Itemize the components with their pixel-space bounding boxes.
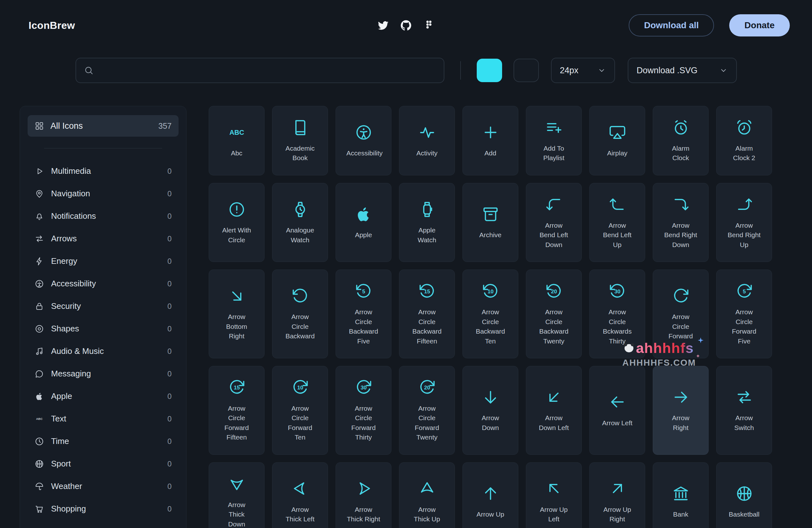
watermark-row: ahhhhfs bbox=[622, 340, 696, 356]
background-color-swatch[interactable] bbox=[513, 59, 539, 82]
icon-card-arrow-up[interactable]: Arrow Up bbox=[462, 463, 518, 528]
icon-card-arrow-bend-left-up[interactable]: Arrow Bend Left Up bbox=[589, 183, 645, 262]
icon-card-basketball[interactable]: Basketball bbox=[716, 463, 772, 528]
icon-card-label: Arrow Left bbox=[602, 418, 633, 428]
sidebar-item-energy[interactable]: Energy0 bbox=[28, 250, 178, 273]
sidebar-item-security[interactable]: Security0 bbox=[28, 295, 178, 318]
category-label: Messaging bbox=[51, 369, 91, 379]
category-count: 0 bbox=[168, 459, 172, 468]
icon-card-arrow-circle-backward-twenty[interactable]: 20Arrow Circle Backward Twenty bbox=[526, 269, 582, 358]
download-all-button[interactable]: Download all bbox=[629, 14, 714, 36]
sidebar-item-notifications[interactable]: Notifications0 bbox=[28, 205, 178, 228]
icon-card-alarm-clock[interactable]: Alarm Clock bbox=[653, 106, 709, 175]
sidebar-item-accessibility[interactable]: Accessibility0 bbox=[28, 273, 178, 295]
icon-size-select[interactable]: 24px bbox=[551, 58, 615, 83]
twitter-icon[interactable] bbox=[377, 19, 389, 31]
icon-color-swatch[interactable] bbox=[477, 59, 502, 82]
icon-card-arrow-circle-forward-ten[interactable]: 10Arrow Circle Forward Ten bbox=[272, 366, 328, 455]
arrow-circle-forward-20-icon: 20 bbox=[418, 378, 436, 397]
sidebar-item-time[interactable]: Time0 bbox=[28, 430, 178, 453]
icon-card-label: Arrow Bend Left Down bbox=[537, 221, 571, 250]
icon-card-arrow-thick-up[interactable]: Arrow Thick Up bbox=[399, 463, 455, 528]
sidebar-item-multimedia[interactable]: Multimedia0 bbox=[28, 160, 178, 182]
icon-card-archive[interactable]: Archive bbox=[462, 183, 518, 262]
icon-card-activity[interactable]: Activity bbox=[399, 106, 455, 175]
app-logo[interactable]: IconBrew bbox=[29, 20, 75, 31]
github-icon[interactable] bbox=[400, 19, 412, 31]
icon-card-arrow-up-left[interactable]: Arrow Up Left bbox=[526, 463, 582, 528]
search-input[interactable] bbox=[99, 65, 436, 76]
download-format-select[interactable]: Download .SVG bbox=[628, 58, 737, 83]
icon-card-label: Arrow Circle Backward Ten bbox=[473, 307, 508, 346]
icon-card-airplay[interactable]: Airplay bbox=[589, 106, 645, 175]
icon-card-arrow-circle-backward-five[interactable]: 5Arrow Circle Backward Five bbox=[336, 269, 391, 358]
icon-card-arrow-up-right[interactable]: Arrow Up Right bbox=[589, 463, 645, 528]
archive-icon bbox=[481, 205, 499, 223]
icon-card-arrow-switch[interactable]: Arrow Switch bbox=[716, 366, 772, 455]
icon-card-arrow-circle-backward[interactable]: Arrow Circle Backward bbox=[272, 269, 328, 358]
donate-button[interactable]: Donate bbox=[729, 14, 790, 36]
arrow-down-left-icon bbox=[545, 388, 563, 406]
icon-size-value: 24px bbox=[560, 65, 579, 75]
icon-card-alert-with-circle[interactable]: Alert With Circle bbox=[209, 183, 264, 262]
icon-card-arrow-circle-backward-ten[interactable]: 10Arrow Circle Backward Ten bbox=[462, 269, 518, 358]
sidebar-item-text[interactable]: ABCText0 bbox=[28, 408, 178, 430]
figma-icon[interactable] bbox=[423, 19, 435, 31]
icon-card-arrow-right[interactable]: Arrow Right bbox=[653, 366, 709, 455]
category-count: 0 bbox=[168, 234, 172, 243]
category-label: Security bbox=[51, 301, 81, 311]
sidebar-item-shopping[interactable]: Shopping0 bbox=[28, 498, 178, 520]
svg-text:5: 5 bbox=[362, 289, 365, 295]
add-playlist-icon bbox=[545, 118, 563, 137]
icon-card-label: Alarm Clock bbox=[664, 144, 698, 163]
icon-card-apple-watch[interactable]: Apple Watch bbox=[399, 183, 455, 262]
sidebar-item-apple[interactable]: Apple0 bbox=[28, 385, 178, 408]
sidebar-item-arrows[interactable]: Arrows0 bbox=[28, 228, 178, 250]
sidebar-item-sport[interactable]: Sport0 bbox=[28, 453, 178, 475]
category-label: Shapes bbox=[51, 324, 79, 334]
icon-card-abc[interactable]: ABCAbc bbox=[209, 106, 264, 175]
icon-card-bank[interactable]: Bank bbox=[653, 463, 709, 528]
category-count: 0 bbox=[168, 369, 172, 378]
icon-card-alarm-clock-2[interactable]: Alarm Clock 2 bbox=[716, 106, 772, 175]
icon-card-arrow-bend-right-down[interactable]: Arrow Bend Right Down bbox=[653, 183, 709, 262]
sidebar-item-weather[interactable]: Weather0 bbox=[28, 475, 178, 498]
sidebar-item-all-icons[interactable]: All Icons 357 bbox=[28, 115, 178, 137]
icon-card-arrow-left[interactable]: Arrow Left bbox=[589, 366, 645, 455]
icon-card-arrow-down-left[interactable]: Arrow Down Left bbox=[526, 366, 582, 455]
arrow-thick-up-icon bbox=[418, 480, 436, 498]
search-box[interactable] bbox=[75, 58, 444, 83]
sidebar-item-navigation[interactable]: Navigation0 bbox=[28, 182, 178, 205]
icon-card-add[interactable]: Add bbox=[462, 106, 518, 175]
icon-card-arrow-bottom-right[interactable]: Arrow Bottom Right bbox=[209, 269, 264, 358]
icon-card-academic-book[interactable]: Academic Book bbox=[272, 106, 328, 175]
bank-icon bbox=[672, 484, 690, 503]
icon-card-arrow-down[interactable]: Arrow Down bbox=[462, 366, 518, 455]
icon-card-arrow-circle-forward-five[interactable]: 5Arrow Circle Forward Five bbox=[716, 269, 772, 358]
icon-card-arrow-thick-down[interactable]: Arrow Thick Down bbox=[209, 463, 264, 528]
header-buttons: Download all Donate bbox=[629, 14, 790, 36]
icon-card-arrow-circle-forward-fifteen[interactable]: 15Arrow Circle Forward Fifteen bbox=[209, 366, 264, 455]
all-icons-label: All Icons bbox=[50, 121, 83, 131]
sidebar-item-audio-music[interactable]: Audio & Music0 bbox=[28, 340, 178, 363]
icon-card-accessibility[interactable]: Accessibility bbox=[336, 106, 391, 175]
icon-card-analogue-watch[interactable]: Analogue Watch bbox=[272, 183, 328, 262]
toolbar-divider bbox=[460, 61, 461, 79]
sidebar-item-shapes[interactable]: Shapes0 bbox=[28, 318, 178, 340]
icon-card-arrow-bend-left-down[interactable]: Arrow Bend Left Down bbox=[526, 183, 582, 262]
category-label: Apple bbox=[51, 391, 72, 401]
icon-card-arrow-circle-forward-thirty[interactable]: 30Arrow Circle Forward Thirty bbox=[336, 366, 391, 455]
category-count: 0 bbox=[168, 347, 172, 356]
sidebar-item-messaging[interactable]: Messaging0 bbox=[28, 363, 178, 385]
icon-card-arrow-thick-left[interactable]: Arrow Thick Left bbox=[272, 463, 328, 528]
icon-card-label: Archive bbox=[479, 230, 502, 240]
chevron-down-icon bbox=[597, 66, 606, 75]
icon-card-arrow-circle-backward-fifteen[interactable]: 15Arrow Circle Backward Fifteen bbox=[399, 269, 455, 358]
watch-icon bbox=[291, 200, 309, 219]
icon-card-arrow-bend-right-up[interactable]: Arrow Bend Right Up bbox=[716, 183, 772, 262]
icon-card-arrow-thick-right[interactable]: Arrow Thick Right bbox=[336, 463, 391, 528]
icon-card-arrow-circle-forward-twenty[interactable]: 20Arrow Circle Forward Twenty bbox=[399, 366, 455, 455]
icon-card-add-to-playlist[interactable]: Add To Playlist bbox=[526, 106, 582, 175]
icon-card-label: Alert With Circle bbox=[219, 225, 254, 245]
icon-card-apple[interactable]: Apple bbox=[336, 183, 391, 262]
